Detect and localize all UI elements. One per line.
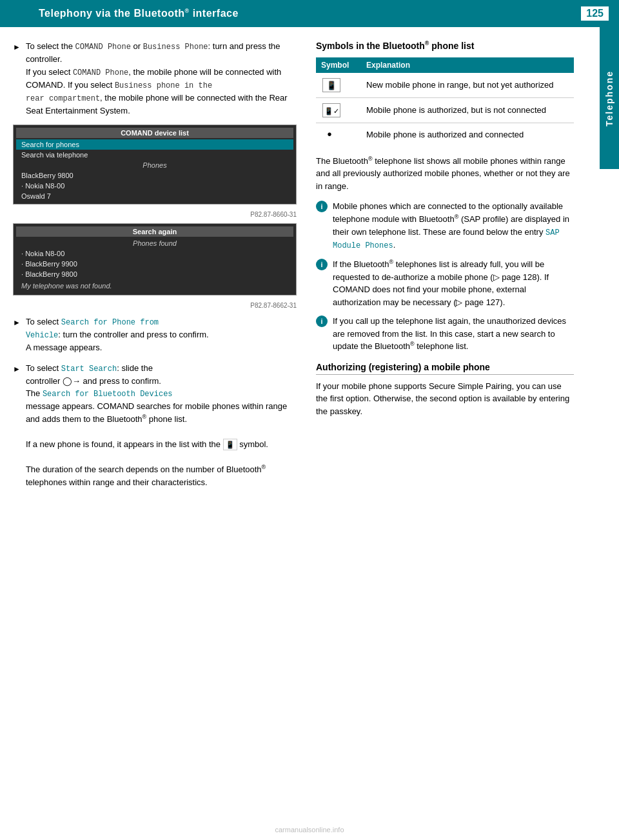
screen-row-search-via: Search via telephone [16, 150, 293, 160]
screen-row-oswald: Oswald 7 [16, 191, 293, 201]
table-row-authorized-not-connected: 📱✓ Mobile phone is authorized, but is no… [316, 97, 574, 123]
screen-row-nokia: Nokia N8-00 [16, 181, 293, 191]
description-authorized-connected: Mobile phone is authorized and connected [361, 123, 574, 146]
watermark: carmanualsonline.info [275, 826, 344, 834]
left-column: ► To select the COMAND Phone or Business… [13, 40, 297, 496]
info-block-2: i If the Bluetooth® telephones list is a… [316, 258, 574, 308]
bullet-item-3: ► To select Start Search: slide the cont… [13, 362, 297, 489]
authorizing-para: If your mobile phone supports Secure Sim… [316, 380, 574, 418]
code-sap-module: SAP Module Phones [333, 228, 560, 250]
code-search-bluetooth-devices: Search for Bluetooth Devices [43, 390, 173, 399]
info-icon-2: i [316, 259, 328, 270]
bullet-text-3: To select Start Search: slide the contro… [26, 362, 297, 489]
screenshot-1-header: COMAND device list [16, 128, 293, 138]
new-phone-icon: 📱 [322, 78, 340, 92]
bullet-arrow-1: ► [13, 41, 21, 117]
authorized-connected-dot: • [321, 127, 338, 142]
info-block-3: i If you call up the telephone list agai… [316, 315, 574, 353]
code-comand-phone-2: COMAND Phone [73, 68, 128, 77]
bluetooth-list-para: The Bluetooth® telephone list shows all … [316, 155, 574, 193]
bullet-text-2: To select Search for Phone fromVehicle: … [26, 315, 209, 354]
screen-row-phones-header: Phones [16, 160, 293, 170]
bullet-arrow-3: ► [13, 363, 21, 489]
screen-row-search-phones: Search for phones [16, 139, 293, 150]
screen-row-blackberry2: BlackBerry 9900 [16, 259, 293, 269]
bullet-text-1: To select the COMAND Phone or Business P… [26, 40, 297, 117]
info-text-1: Mobile phones which are connected to the… [333, 200, 574, 251]
header-bar: Telephony via the Bluetooth® interface 1… [0, 0, 619, 27]
right-column: Symbols in the Bluetooth® phone list Sym… [316, 40, 593, 496]
screenshot-1: COMAND device list Search for phones Sea… [13, 125, 297, 205]
table-row-authorized-connected: • Mobile phone is authorized and connect… [316, 123, 574, 146]
authorized-not-connected-icon: 📱✓ [322, 103, 340, 117]
symbol-new-phone: 📱 [316, 73, 361, 98]
info-text-3: If you call up the telephone list again,… [333, 315, 574, 353]
screen-row-nokia2: Nokia N8-00 [16, 248, 293, 259]
bullet-arrow-2: ► [13, 317, 21, 354]
col-symbol-header: Symbol [316, 57, 361, 73]
code-comand-phone: COMAND Phone [75, 43, 131, 52]
code-business-phone: Business Phone [143, 43, 208, 52]
main-content: ► To select the COMAND Phone or Business… [0, 27, 619, 509]
code-start-search: Start Search [61, 365, 117, 374]
table-row-new-phone: 📱 New mobile phone in range, but not yet… [316, 73, 574, 98]
symbol-authorized-not-connected: 📱✓ [316, 97, 361, 123]
description-new-phone: New mobile phone in range, but not yet a… [361, 73, 574, 98]
header-title: Telephony via the Bluetooth® interface [39, 8, 239, 19]
info-block-1: i Mobile phones which are connected to t… [316, 200, 574, 251]
screenshot-2-caption: P82.87-8662-31 [13, 302, 297, 309]
side-tab: Telephone [600, 27, 619, 169]
authorizing-heading: Authorizing (registering) a mobile phone [316, 362, 574, 375]
bullet-item-2: ► To select Search for Phone fromVehicle… [13, 315, 297, 354]
info-text-2: If the Bluetooth® telephones list is alr… [333, 258, 574, 308]
screen-row-blackberry3: BlackBerry 9800 [16, 269, 293, 279]
symbols-heading: Symbols in the Bluetooth® phone list [316, 40, 574, 51]
symbols-table: Symbol Explanation 📱 New mobile phone in… [316, 57, 574, 146]
screenshot-2-header: Search again [16, 226, 293, 237]
screen-row-phones-found: Phones found [16, 238, 293, 248]
code-search-phone-vehicle: Search for Phone fromVehicle [26, 318, 159, 340]
screenshot-2: Search again Phones found Nokia N8-00 Bl… [13, 223, 297, 295]
page-number: 125 [581, 6, 609, 21]
code-business-phone-rear: Business phone in therear compartment [26, 81, 212, 103]
symbol-authorized-connected: • [316, 123, 361, 146]
description-authorized-not-connected: Mobile phone is authorized, but is not c… [361, 97, 574, 123]
col-explanation-header: Explanation [361, 57, 574, 73]
screen-row-blackberry: BlackBerry 9800 [16, 170, 293, 181]
info-icon-1: i [316, 201, 328, 212]
screen-row-not-found: My telephone was not found. [16, 279, 293, 292]
screenshot-1-caption: P82.87-8660-31 [13, 211, 297, 218]
info-icon-3: i [316, 315, 328, 327]
side-tab-label: Telephone [604, 70, 614, 126]
bullet-item-1: ► To select the COMAND Phone or Business… [13, 40, 297, 117]
